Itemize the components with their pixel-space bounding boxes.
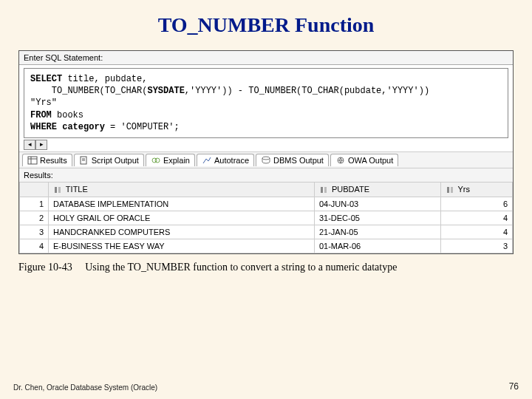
cell-yrs: 4 — [440, 211, 512, 225]
sql-keyword-from: FROM — [30, 110, 52, 120]
results-table: TITLE PUBDATE Yrs 1 DATABASE IMPLEMENTAT… — [19, 182, 513, 253]
owa-output-icon — [335, 156, 346, 165]
sql-keyword-where: WHERE — [30, 122, 57, 132]
sql-text: = 'COMPUTER'; — [105, 122, 180, 132]
cell-rownum: 1 — [20, 197, 49, 211]
sql-developer-window: Enter SQL Statement: SELECT title, pubda… — [18, 50, 514, 254]
column-icon — [53, 185, 62, 194]
slide-title: TO_NUMBER Function — [18, 13, 514, 37]
sql-text: ,'YYYY')) - TO_NUMBER(TO_CHAR(pubdate,'Y… — [185, 86, 429, 96]
svg-rect-13 — [321, 187, 323, 193]
results-label: Results: — [19, 168, 513, 182]
script-output-icon — [79, 156, 89, 165]
explain-icon — [151, 156, 161, 165]
svg-rect-12 — [58, 187, 61, 193]
svg-rect-11 — [55, 187, 57, 193]
dbms-output-icon — [261, 156, 271, 165]
column-header-pubdate[interactable]: PUBDATE — [314, 182, 440, 197]
cell-yrs: 4 — [440, 225, 512, 239]
table-row[interactable]: 4 E-BUSINESS THE EASY WAY 01-MAR-06 3 — [20, 239, 513, 253]
tab-label: Script Output — [92, 156, 139, 165]
cell-pubdate: 31-DEC-05 — [314, 211, 440, 225]
cell-pubdate: 04-JUN-03 — [314, 197, 440, 211]
figure-caption: Figure 10-43 Using the TO_NUMBER functio… — [18, 262, 514, 273]
column-header-title[interactable]: TITLE — [49, 182, 315, 197]
tab-explain[interactable]: Explain — [146, 154, 195, 166]
tab-results[interactable]: Results — [22, 154, 72, 166]
table-row[interactable]: 3 HANDCRANKED COMPUTERS 21-JAN-05 4 — [20, 225, 513, 239]
cell-title: E-BUSINESS THE EASY WAY — [49, 239, 315, 253]
table-row[interactable]: 2 HOLY GRAIL OF ORACLE 31-DEC-05 4 — [20, 211, 513, 225]
cell-pubdate: 21-JAN-05 — [314, 225, 440, 239]
sql-keyword-sysdate: SYSDATE — [147, 86, 184, 96]
scroll-right-button[interactable]: ▸ — [35, 140, 47, 150]
tab-label: OWA Output — [348, 156, 393, 165]
svg-rect-14 — [324, 187, 327, 193]
svg-rect-0 — [28, 157, 37, 164]
svg-rect-16 — [451, 187, 453, 193]
column-header-label: TITLE — [66, 185, 88, 194]
sql-text: books — [52, 110, 83, 120]
results-icon — [27, 156, 38, 165]
column-header-label: Yrs — [457, 185, 470, 194]
column-header-rownum[interactable] — [20, 182, 49, 197]
cell-rownum: 2 — [20, 211, 49, 225]
column-header-label: PUBDATE — [332, 185, 369, 194]
cell-yrs: 6 — [440, 197, 512, 211]
tab-label: Autotrace — [214, 156, 249, 165]
tab-label: Explain — [163, 156, 190, 165]
cell-title: HANDCRANKED COMPUTERS — [49, 225, 315, 239]
sql-statement-area[interactable]: SELECT title, pubdate, TO_NUMBER(TO_CHAR… — [24, 68, 508, 138]
sql-prompt-label: Enter SQL Statement: — [19, 51, 513, 65]
cell-yrs: 3 — [440, 239, 512, 253]
cell-pubdate: 01-MAR-06 — [314, 239, 440, 253]
tab-script-output[interactable]: Script Output — [74, 154, 144, 166]
column-icon — [446, 185, 454, 194]
cell-rownum: 4 — [20, 239, 49, 253]
column-header-yrs[interactable]: Yrs — [440, 182, 512, 197]
tab-autotrace[interactable]: Autotrace — [197, 154, 254, 166]
cell-rownum: 3 — [20, 225, 49, 239]
sql-text: "Yrs" — [30, 98, 57, 108]
svg-point-7 — [155, 158, 160, 163]
sql-text: title, pubdate, — [62, 74, 147, 84]
autotrace-icon — [202, 156, 212, 165]
slide-number: 76 — [509, 381, 519, 392]
table-row[interactable]: 1 DATABASE IMPLEMENTATION 04-JUN-03 6 — [20, 197, 513, 211]
cell-title: HOLY GRAIL OF ORACLE — [49, 211, 315, 225]
horizontal-scroll-controls: ◂ ▸ — [19, 140, 513, 151]
sql-keyword-category: category — [62, 122, 105, 132]
tab-dbms-output[interactable]: DBMS Output — [256, 154, 329, 166]
tab-label: DBMS Output — [273, 156, 324, 165]
sql-text: TO_NUMBER(TO_CHAR( — [30, 86, 147, 96]
scroll-left-button[interactable]: ◂ — [24, 140, 35, 150]
table-header-row: TITLE PUBDATE Yrs — [20, 182, 513, 197]
output-tabs: Results Script Output Explain Autotrace … — [19, 151, 513, 168]
tab-owa-output[interactable]: OWA Output — [330, 154, 398, 166]
sql-keyword-select: SELECT — [30, 74, 62, 84]
column-icon — [319, 185, 328, 194]
svg-rect-15 — [447, 187, 449, 193]
figure-number: Figure 10-43 — [18, 262, 72, 273]
footer-author: Dr. Chen, Oracle Database System (Oracle… — [13, 383, 157, 392]
cell-title: DATABASE IMPLEMENTATION — [49, 197, 315, 211]
svg-point-8 — [262, 157, 270, 160]
figure-description: Using the TO_NUMBER function to convert … — [85, 262, 397, 273]
tab-label: Results — [40, 156, 67, 165]
